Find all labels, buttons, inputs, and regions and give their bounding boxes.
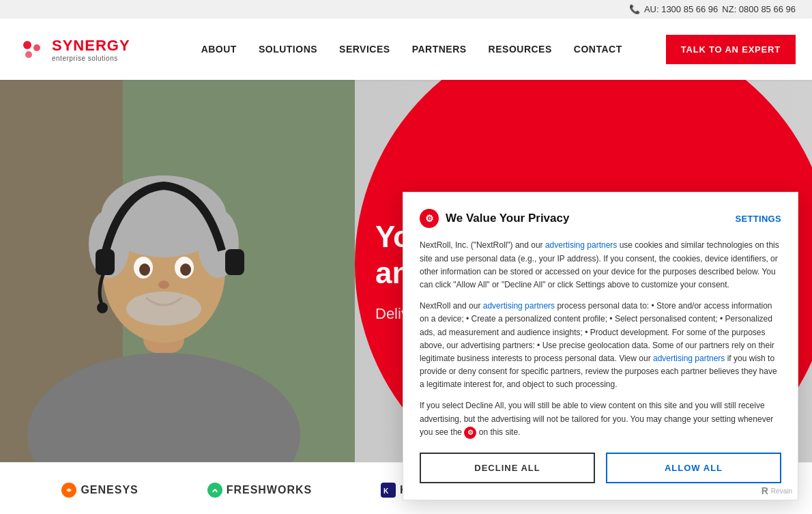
site-header: SYNERGY enterprise solutions ABOUT SOLUT… — [0, 18, 812, 80]
privacy-modal: ⚙ We Value Your Privacy SETTINGS NextRol… — [403, 192, 798, 500]
advertising-partners-link-2[interactable]: advertising partners — [483, 301, 555, 311]
privacy-logo-icon: ⚙ — [420, 209, 439, 228]
privacy-settings-link[interactable]: SETTINGS — [736, 214, 781, 224]
nav-partners[interactable]: PARTNERS — [412, 44, 467, 55]
allow-all-button[interactable]: ALLOW ALL — [606, 453, 781, 483]
nav-solutions[interactable]: SOLUTIONS — [259, 44, 317, 55]
svg-point-0 — [16, 34, 46, 64]
settings-icon-inline: ⚙ — [464, 427, 476, 439]
privacy-title-group: ⚙ We Value Your Privacy — [420, 209, 569, 228]
svg-point-1 — [23, 41, 31, 49]
logo-text: SYNERGY enterprise solutions — [52, 37, 130, 62]
nav-resources[interactable]: RESOURCES — [489, 44, 552, 55]
logo-name: SYNERGY — [52, 37, 130, 55]
svg-point-15 — [180, 263, 191, 276]
nav-services[interactable]: SERVICES — [339, 44, 390, 55]
au-phone: AU: 1300 85 66 96 — [644, 4, 718, 14]
partner-genesys: GENESYS — [61, 483, 138, 498]
decline-all-button[interactable]: DECLINE ALL — [420, 453, 595, 483]
logo-link[interactable]: SYNERGY enterprise solutions — [16, 34, 130, 64]
hero-person-image — [0, 80, 355, 462]
genesys-icon — [61, 483, 76, 498]
phone-info: 📞 AU: 1300 85 66 96 NZ: 0800 85 66 96 — [629, 4, 796, 14]
svg-text:k: k — [383, 487, 389, 495]
revain-badge: R Revain — [762, 485, 792, 496]
main-nav: ABOUT SOLUTIONS SERVICES PARTNERS RESOUR… — [158, 44, 666, 55]
talk-to-expert-button[interactable]: TALK TO AN EXPERT — [666, 35, 796, 64]
privacy-body-2: NextRoll and our advertising partners pr… — [420, 300, 781, 391]
logo-sub: enterprise solutions — [52, 55, 130, 62]
partner-freshworks: freshworks — [207, 483, 313, 498]
freshworks-icon — [207, 483, 222, 498]
advertising-partners-link-3[interactable]: advertising partners — [653, 354, 725, 363]
svg-rect-19 — [225, 249, 244, 275]
kore-icon: k — [381, 483, 396, 498]
svg-point-14 — [139, 263, 150, 276]
privacy-body-1: NextRoll, Inc. ("NextRoll") and our adve… — [420, 239, 781, 291]
advertising-partners-link-1[interactable]: advertising partners — [545, 240, 617, 250]
nav-contact[interactable]: CONTACT — [574, 44, 622, 55]
privacy-title: We Value Your Privacy — [446, 212, 569, 225]
privacy-body-3: If you select Decline All, you will stil… — [420, 399, 781, 439]
privacy-header: ⚙ We Value Your Privacy SETTINGS — [420, 209, 781, 228]
svg-point-2 — [33, 44, 40, 51]
svg-point-17 — [126, 291, 201, 326]
svg-point-20 — [97, 302, 108, 313]
phone-icon: 📞 — [629, 4, 640, 14]
logo-icon — [16, 34, 46, 64]
privacy-actions: DECLINE ALL ALLOW ALL — [420, 453, 781, 483]
nz-phone: NZ: 0800 85 66 96 — [722, 4, 796, 14]
nav-about[interactable]: ABOUT — [201, 44, 237, 55]
svg-point-16 — [158, 281, 169, 289]
svg-point-3 — [25, 51, 32, 58]
top-bar: 📞 AU: 1300 85 66 96 NZ: 0800 85 66 96 — [0, 0, 812, 18]
